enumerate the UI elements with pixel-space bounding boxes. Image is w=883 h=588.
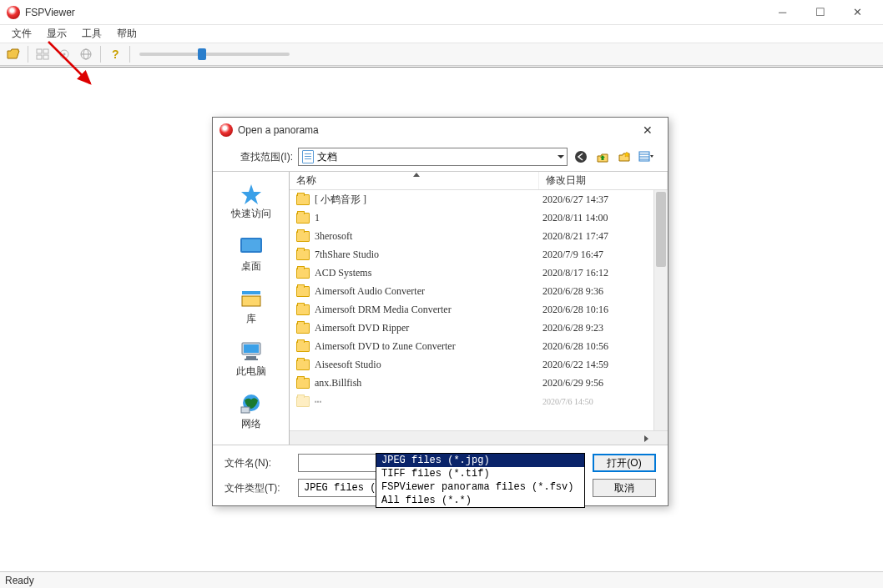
list-item[interactable]: 3herosoft2020/8/21 17:47: [290, 227, 668, 245]
scroll-right-icon[interactable]: [639, 431, 653, 445]
place-libraries[interactable]: 库: [213, 284, 289, 333]
svg-rect-2: [37, 55, 42, 59]
help-icon[interactable]: ?: [105, 45, 125, 63]
list-header[interactable]: 名称 修改日期: [290, 172, 668, 190]
file-name: ACD Systems: [315, 267, 542, 279]
fullscreen-icon[interactable]: [33, 45, 53, 63]
list-item[interactable]: ▪▪▪2020/7/6 14:50: [290, 392, 668, 410]
file-date: 2020/8/17 16:12: [542, 267, 608, 279]
new-folder-icon[interactable]: [616, 148, 633, 165]
menu-file[interactable]: 文件: [5, 25, 38, 43]
list-item[interactable]: 12020/8/11 14:00: [290, 209, 668, 227]
place-quick[interactable]: 快速访问: [213, 178, 289, 228]
vertical-scrollbar[interactable]: [653, 190, 668, 430]
folder-icon: [296, 231, 310, 242]
list-item[interactable]: Aimersoft DVD Ripper2020/6/28 9:23: [290, 319, 668, 337]
file-date: 2020/6/28 9:36: [542, 285, 603, 298]
file-date: 2020/6/29 9:56: [542, 377, 603, 389]
file-date: 2020/8/21 17:47: [542, 230, 608, 243]
list-item[interactable]: Aiseesoft Studio2020/6/22 14:59: [290, 355, 668, 374]
network-icon: [238, 392, 265, 415]
folder-icon: [296, 396, 310, 407]
list-rows[interactable]: [ 小鹤音形 ]2020/6/27 14:3712020/8/11 14:003…: [290, 190, 668, 430]
file-name: Aiseesoft Studio: [315, 359, 542, 371]
zoom-slider-thumb[interactable]: [198, 48, 206, 60]
up-icon[interactable]: [594, 148, 611, 165]
horizontal-scrollbar[interactable]: [290, 430, 668, 445]
menu-help[interactable]: 帮助: [110, 25, 144, 43]
file-date: 2020/6/28 9:23: [542, 322, 603, 334]
place-network[interactable]: 网络: [213, 389, 289, 438]
folder-icon: [296, 194, 310, 205]
places-bar: 快速访问 桌面 库 此电脑 网络: [213, 172, 290, 445]
open-button[interactable]: 打开(O): [593, 454, 656, 472]
list-item[interactable]: anx.Billfish2020/6/29 9:56: [290, 374, 668, 392]
toolbar: ?: [0, 43, 883, 66]
menu-tools[interactable]: 工具: [75, 25, 108, 43]
statusbar: Ready: [0, 571, 883, 588]
window-controls: ─ ☐ ✕: [764, 0, 876, 25]
file-name: Aimersoft DVD Ripper: [315, 322, 542, 334]
file-name: Aimersoft Audio Converter: [315, 285, 542, 298]
scrollbar-thumb[interactable]: [656, 192, 666, 267]
list-item[interactable]: 7thShare Studio2020/7/9 16:47: [290, 245, 668, 264]
folder-icon: [296, 378, 310, 389]
col-date[interactable]: 修改日期: [539, 172, 668, 189]
svg-rect-17: [242, 239, 260, 251]
close-button[interactable]: ✕: [839, 0, 876, 25]
app-icon: [7, 6, 20, 19]
place-thispc[interactable]: 此电脑: [213, 336, 289, 385]
svg-rect-0: [37, 49, 42, 53]
filetype-option[interactable]: All files (*.*): [376, 494, 584, 507]
place-desktop[interactable]: 桌面: [213, 231, 289, 280]
list-item[interactable]: Aimersoft DVD to Zune Converter2020/6/28…: [290, 337, 668, 355]
maximize-button[interactable]: ☐: [801, 0, 839, 25]
target-icon[interactable]: [54, 45, 74, 63]
status-text: Ready: [5, 575, 34, 586]
file-name: 7thShare Studio: [315, 249, 542, 261]
file-name: Aimersoft DRM Media Converter: [315, 304, 542, 316]
folder-icon: [296, 268, 310, 279]
file-date: 2020/7/9 16:47: [542, 249, 603, 261]
svg-rect-22: [246, 356, 256, 359]
file-date: 2020/6/28 10:56: [542, 340, 608, 353]
svg-rect-23: [245, 359, 258, 360]
dialog-icon: [219, 123, 233, 137]
lookin-combo[interactable]: 文档: [298, 148, 568, 166]
folder-icon: [296, 323, 310, 334]
svg-rect-1: [43, 49, 48, 53]
zoom-slider[interactable]: [139, 53, 290, 56]
cancel-button[interactable]: 取消: [593, 479, 656, 497]
toolbar-separator: [129, 46, 130, 63]
list-item[interactable]: ACD Systems2020/8/17 16:12: [290, 264, 668, 282]
minimize-button[interactable]: ─: [764, 0, 801, 25]
filetype-dropdown[interactable]: JPEG files (*.jpg)TIFF files (*.tif)FSPV…: [376, 453, 585, 508]
filetype-option[interactable]: JPEG files (*.jpg): [376, 454, 584, 467]
file-name: Aimersoft DVD to Zune Converter: [315, 340, 542, 353]
dialog-titlebar[interactable]: Open a panorama ✕: [213, 118, 668, 143]
folder-icon: [296, 213, 310, 224]
open-file-icon[interactable]: [3, 45, 23, 63]
list-item[interactable]: Aimersoft DRM Media Converter2020/6/28 1…: [290, 300, 668, 319]
file-list: 名称 修改日期 [ 小鹤音形 ]2020/6/27 14:3712020/8/1…: [290, 172, 668, 445]
filetype-option[interactable]: FSPViewer panorama files (*.fsv): [376, 480, 584, 494]
menu-view[interactable]: 显示: [40, 25, 73, 43]
globe-icon[interactable]: [76, 45, 96, 63]
views-icon[interactable]: [638, 148, 654, 165]
svg-rect-25: [241, 407, 250, 413]
back-icon[interactable]: [573, 148, 589, 165]
filetype-label: 文件类型(T):: [225, 481, 293, 495]
toolbar-separator: [28, 46, 28, 63]
svg-rect-19: [242, 296, 260, 306]
file-name: 3herosoft: [315, 230, 542, 243]
dialog-close-button[interactable]: ✕: [634, 120, 661, 140]
toolbar-separator: [100, 46, 101, 63]
svg-point-5: [63, 53, 66, 56]
filetype-option[interactable]: TIFF files (*.tif): [376, 467, 584, 480]
filename-label: 文件名(N):: [225, 456, 293, 470]
scroll-corner: [653, 431, 668, 445]
list-item[interactable]: [ 小鹤音形 ]2020/6/27 14:37: [290, 190, 668, 209]
list-item[interactable]: Aimersoft Audio Converter2020/6/28 9:36: [290, 282, 668, 300]
star-icon: [238, 182, 265, 205]
pc-icon: [238, 339, 265, 363]
